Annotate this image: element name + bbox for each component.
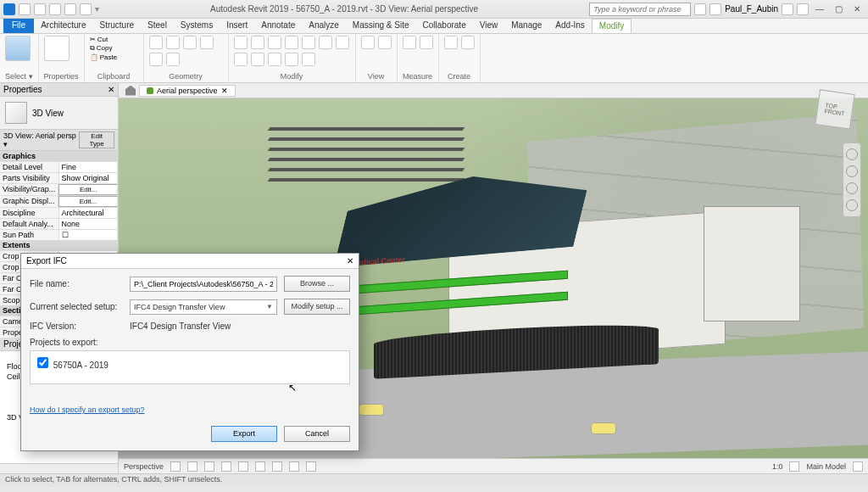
tab-architecture[interactable]: Architecture [34, 19, 92, 33]
reveal-icon[interactable] [306, 461, 316, 472]
view-icon[interactable] [378, 36, 392, 49]
geom-icon[interactable] [149, 53, 163, 66]
measure-icon[interactable] [403, 36, 416, 49]
home-icon[interactable] [125, 86, 136, 96]
prop-val[interactable]: Fine [59, 162, 119, 172]
cut-button[interactable]: ✂ Cut [90, 36, 138, 43]
scale-value[interactable]: 1:0 [772, 462, 783, 471]
crop-icon[interactable] [255, 461, 265, 472]
tab-modify[interactable]: Modify [592, 19, 632, 33]
crop-region-icon[interactable] [272, 461, 282, 472]
qat-print-icon[interactable] [80, 3, 92, 15]
help-link[interactable]: How do I specify an export setup? [30, 405, 145, 414]
projects-list[interactable]: 56750A - 2019 [30, 350, 350, 384]
sign-in-icon[interactable] [709, 3, 721, 15]
view-tab[interactable]: Aerial perspective ✕ [139, 85, 236, 97]
tab-analyze[interactable]: Analyze [302, 19, 346, 33]
tab-addins[interactable]: Add-Ins [548, 19, 591, 33]
tab-systems[interactable]: Systems [174, 19, 220, 33]
qat-open-icon[interactable] [19, 3, 31, 15]
tab-annotate[interactable]: Annotate [254, 19, 302, 33]
modify-icon[interactable] [234, 53, 248, 66]
prop-checkbox[interactable]: ☐ [59, 230, 119, 240]
exchange-icon[interactable] [782, 3, 793, 15]
browse-button[interactable]: Browse ... [284, 276, 350, 292]
steering-wheel-icon[interactable] [846, 148, 858, 160]
revit-logo-icon[interactable] [3, 3, 15, 15]
copy-button[interactable]: ⧉ Copy [90, 44, 138, 53]
worksets-icon[interactable] [789, 461, 799, 472]
modify-icon[interactable] [319, 36, 332, 49]
file-name-input[interactable] [130, 277, 277, 292]
zoom-icon[interactable] [846, 182, 858, 194]
tab-structure[interactable]: Structure [92, 19, 141, 33]
edit-type-button[interactable]: Edit Type [79, 131, 114, 148]
infocenter-icon[interactable] [694, 3, 706, 15]
modify-icon[interactable] [336, 36, 349, 49]
help-icon[interactable] [797, 3, 809, 15]
sun-path-icon[interactable] [204, 461, 214, 472]
geom-icon[interactable] [183, 36, 197, 49]
view-cube[interactable]: TOPFRONT [815, 89, 854, 129]
qat-redo-icon[interactable] [64, 3, 76, 15]
maximize-button[interactable]: ▢ [831, 4, 846, 14]
create-icon[interactable] [444, 36, 458, 49]
file-tab[interactable]: File [3, 19, 34, 33]
qat-undo-icon[interactable] [49, 3, 61, 15]
minimize-button[interactable]: — [812, 4, 827, 14]
view-instance-dropdown[interactable]: 3D View: Aerial persp ▾ [3, 131, 79, 148]
detail-level-icon[interactable] [170, 461, 181, 472]
prop-val[interactable]: Show Original [59, 173, 119, 183]
modify-icon[interactable] [302, 53, 315, 66]
modify-icon[interactable] [285, 53, 298, 66]
tab-massing[interactable]: Massing & Site [346, 19, 416, 33]
visual-style-icon[interactable] [187, 461, 198, 472]
modify-icon[interactable] [268, 36, 281, 49]
modify-tool-icon[interactable] [5, 36, 31, 61]
user-name[interactable]: Paul_F_Aubin [725, 4, 778, 14]
modify-icon[interactable] [251, 36, 264, 49]
browser-scrollbar[interactable] [0, 463, 118, 473]
modify-icon[interactable] [251, 53, 264, 66]
lock-icon[interactable] [289, 461, 299, 472]
tab-steel[interactable]: Steel [141, 19, 174, 33]
main-model-dropdown[interactable]: Main Model [806, 462, 846, 471]
tab-collaborate[interactable]: Collaborate [416, 19, 473, 33]
modify-icon[interactable] [302, 36, 315, 49]
view-icon[interactable] [361, 36, 375, 49]
project-checkbox-item[interactable]: 56750A - 2019 [34, 361, 108, 370]
modify-icon[interactable] [234, 36, 248, 49]
scale-label[interactable]: Perspective [124, 462, 164, 471]
shadows-icon[interactable] [221, 461, 231, 472]
dialog-close-icon[interactable]: ✕ [347, 256, 353, 266]
modify-icon[interactable] [285, 36, 298, 49]
tab-manage[interactable]: Manage [504, 19, 548, 33]
render-icon[interactable] [238, 461, 248, 472]
modify-setup-button[interactable]: Modify setup ... [284, 299, 350, 315]
prop-edit-button[interactable]: Edit... [58, 196, 118, 207]
pan-icon[interactable] [846, 165, 858, 177]
properties-header[interactable]: Properties✕ [0, 83, 118, 97]
close-button[interactable]: ✕ [849, 4, 865, 14]
search-input[interactable] [589, 3, 691, 16]
export-button[interactable]: Export [211, 426, 277, 442]
geom-icon[interactable] [200, 36, 214, 49]
modify-icon[interactable] [268, 53, 281, 66]
setup-dropdown[interactable]: IFC4 Design Transfer View ▼ [130, 299, 277, 315]
geom-icon[interactable] [149, 36, 163, 49]
measure-icon[interactable] [420, 36, 433, 49]
navigation-bar[interactable] [843, 143, 861, 217]
prop-val[interactable]: None [59, 219, 119, 229]
paste-button[interactable]: 📋 Paste [90, 53, 138, 61]
geom-icon[interactable] [166, 36, 180, 49]
orbit-icon[interactable] [846, 199, 858, 211]
project-checkbox[interactable] [37, 357, 48, 368]
cancel-button[interactable]: Cancel [284, 426, 350, 442]
tab-view[interactable]: View [473, 19, 505, 33]
geom-icon[interactable] [166, 53, 180, 66]
create-icon[interactable] [461, 36, 475, 49]
view-tab-close-icon[interactable]: ✕ [221, 87, 228, 95]
prop-edit-button[interactable]: Edit... [58, 184, 118, 195]
qat-save-icon[interactable] [34, 3, 46, 15]
filter-icon[interactable] [853, 461, 863, 472]
